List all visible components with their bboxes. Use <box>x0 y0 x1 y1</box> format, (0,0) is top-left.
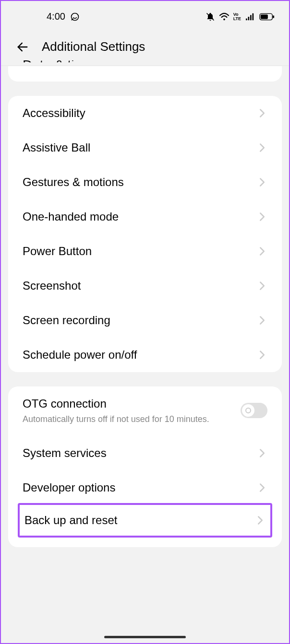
settings-label: Screen recording <box>23 314 110 327</box>
settings-row-date-time[interactable]: Date & time <box>8 66 282 82</box>
svg-rect-5 <box>253 13 254 20</box>
settings-label: Assistive Ball <box>23 141 90 154</box>
settings-row-power-button[interactable]: Power Button <box>8 234 282 269</box>
settings-label: Power Button <box>23 245 92 258</box>
toggle-knob <box>242 404 254 417</box>
card-accessibility-group: Accessibility Assistive Ball Gestures & … <box>8 96 282 372</box>
status-time: 4:00 <box>47 11 65 22</box>
chevron-right-icon <box>259 143 267 152</box>
settings-row-system-services[interactable]: System services <box>8 436 282 470</box>
chevron-right-icon <box>259 212 267 221</box>
whatsapp-icon <box>70 12 80 22</box>
chevron-right-icon <box>259 316 267 325</box>
wifi-icon <box>219 12 230 21</box>
otg-subtitle: Automatically turns off if not used for … <box>23 413 231 425</box>
chevron-right-icon <box>259 247 267 256</box>
volte-icon: VoLTE <box>233 12 241 20</box>
settings-label: Gestures & motions <box>23 176 124 189</box>
back-button[interactable] <box>15 40 30 54</box>
svg-rect-3 <box>248 17 250 20</box>
mute-icon <box>205 12 215 22</box>
settings-row-developer-options[interactable]: Developer options <box>8 470 282 505</box>
chevron-right-icon <box>259 178 267 187</box>
status-bar: 4:00 VoLTE <box>1 1 289 30</box>
settings-row-otg: OTG connection Automatically turns off i… <box>8 386 282 436</box>
settings-row-schedule-power[interactable]: Schedule power on/off <box>8 338 282 372</box>
settings-label: Back up and reset <box>24 514 117 527</box>
settings-label: Screenshot <box>23 279 81 293</box>
settings-label: Schedule power on/off <box>23 348 137 362</box>
chevron-right-icon <box>259 281 267 290</box>
status-left: 4:00 <box>15 11 80 22</box>
settings-row-accessibility[interactable]: Accessibility <box>8 96 282 130</box>
card-system-group: OTG connection Automatically turns off i… <box>8 386 282 547</box>
svg-rect-2 <box>246 18 247 20</box>
settings-row-gestures[interactable]: Gestures & motions <box>8 165 282 199</box>
chevron-right-icon <box>257 516 266 525</box>
settings-row-one-handed[interactable]: One-handed mode <box>8 199 282 234</box>
page-title: Additional Settings <box>42 39 145 54</box>
status-right: VoLTE <box>205 12 275 22</box>
chevron-right-icon <box>259 351 267 359</box>
home-indicator[interactable] <box>104 636 186 638</box>
card-partial: Date & time <box>8 66 282 82</box>
settings-label: Accessibility <box>23 106 85 120</box>
svg-rect-8 <box>273 15 274 18</box>
settings-label: System services <box>23 446 107 460</box>
chevron-right-icon <box>259 109 267 117</box>
svg-rect-4 <box>250 15 252 20</box>
settings-row-assistive-ball[interactable]: Assistive Ball <box>8 130 282 165</box>
header: Additional Settings <box>1 30 289 69</box>
otg-title: OTG connection <box>23 397 231 410</box>
settings-row-screen-recording[interactable]: Screen recording <box>8 303 282 338</box>
settings-label: One-handed mode <box>23 210 119 223</box>
signal-icon <box>245 12 255 21</box>
settings-row-screenshot[interactable]: Screenshot <box>8 269 282 303</box>
otg-toggle[interactable] <box>241 403 267 418</box>
battery-icon <box>259 12 275 21</box>
content: Date & time Accessibility Assistive Ball… <box>1 66 289 547</box>
settings-label: Developer options <box>23 481 115 494</box>
settings-row-backup-reset[interactable]: Back up and reset <box>20 505 270 536</box>
highlight-box: Back up and reset <box>18 503 272 538</box>
chevron-right-icon <box>259 483 267 492</box>
toggle-text: OTG connection Automatically turns off i… <box>23 397 241 425</box>
chevron-right-icon <box>259 449 267 457</box>
svg-rect-7 <box>261 14 268 19</box>
